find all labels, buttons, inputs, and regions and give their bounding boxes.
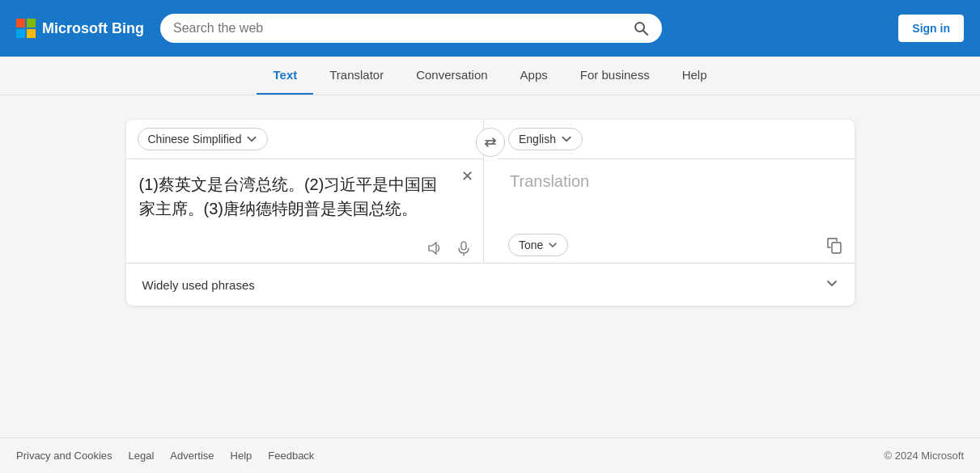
search-input[interactable]: [173, 21, 626, 36]
nav-item-apps[interactable]: Apps: [504, 57, 564, 95]
svg-marker-2: [429, 243, 436, 254]
phrases-label: Widely used phrases: [142, 278, 255, 292]
swap-icon: [484, 136, 497, 149]
tone-selector[interactable]: Tone: [508, 234, 568, 256]
footer-link-legal[interactable]: Legal: [129, 450, 155, 462]
logo-link[interactable]: Microsoft Bing: [16, 19, 144, 38]
tone-label: Tone: [519, 239, 543, 251]
footer-link-feedback[interactable]: Feedback: [268, 450, 314, 462]
svg-rect-3: [461, 242, 466, 250]
swap-languages-button[interactable]: [476, 128, 505, 157]
source-language-label: Chinese Simplified: [148, 133, 242, 146]
nav-item-help[interactable]: Help: [666, 57, 723, 95]
logo-text: Microsoft Bing: [42, 20, 144, 37]
nav-item-conversation[interactable]: Conversation: [400, 57, 503, 95]
chevron-down-icon: [548, 240, 558, 250]
svg-rect-5: [832, 243, 841, 253]
nav-item-for-business[interactable]: For business: [564, 57, 666, 95]
target-language-selector[interactable]: English: [508, 128, 583, 150]
source-actions: [126, 234, 484, 263]
nav-item-text[interactable]: Text: [257, 57, 313, 95]
source-language-selector[interactable]: Chinese Simplified: [138, 128, 269, 150]
source-panel: Chinese Simplified (1)蔡英文是台湾总统。(2)习近平是中国…: [126, 120, 485, 263]
main-content: Chinese Simplified (1)蔡英文是台湾总统。(2)习近平是中国…: [0, 95, 980, 330]
svg-line-1: [643, 31, 648, 36]
search-bar: [160, 14, 662, 43]
translation-panels: Chinese Simplified (1)蔡英文是台湾总统。(2)习近平是中国…: [126, 120, 855, 263]
chevron-down-icon: [561, 133, 572, 145]
header: Microsoft Bing Sign in: [0, 0, 980, 57]
speaker-icon: [426, 240, 443, 256]
source-text-area: (1)蔡英文是台湾总统。(2)习近平是中国国家主席。(3)唐纳德特朗普是美国总统…: [126, 159, 484, 234]
search-button[interactable]: [633, 20, 649, 36]
sign-in-button[interactable]: Sign in: [898, 15, 964, 42]
navigation: Text Translator Conversation Apps For bu…: [0, 57, 980, 95]
translation-placeholder: Translation: [510, 172, 589, 190]
search-icon: [633, 20, 649, 36]
footer-link-advertise[interactable]: Advertise: [170, 450, 214, 462]
translator-card: Chinese Simplified (1)蔡英文是台湾总统。(2)习近平是中国…: [126, 120, 855, 306]
target-actions: Tone: [497, 227, 855, 263]
copyright-text: © 2024 Microsoft: [885, 450, 964, 462]
listen-source-button[interactable]: [426, 240, 443, 256]
target-panel: English Translation Tone: [497, 120, 855, 263]
footer-link-help[interactable]: Help: [231, 450, 252, 462]
widely-used-phrases-section[interactable]: Widely used phrases: [126, 263, 855, 306]
nav-item-translator[interactable]: Translator: [313, 57, 400, 95]
copy-icon: [825, 236, 843, 254]
microsoft-logo-icon: [16, 19, 36, 38]
chevron-down-icon: [825, 277, 838, 289]
footer: Privacy and Cookies Legal Advertise Help…: [0, 437, 980, 473]
target-lang-bar: English: [497, 120, 855, 159]
copy-translation-button[interactable]: [825, 236, 843, 254]
chevron-down-icon: [246, 133, 257, 145]
footer-link-privacy[interactable]: Privacy and Cookies: [16, 450, 112, 462]
source-lang-bar: Chinese Simplified: [126, 120, 484, 159]
source-text: (1)蔡英文是台湾总统。(2)习近平是中国国家主席。(3)唐纳德特朗普是美国总统…: [139, 172, 471, 221]
phrases-chevron-icon: [825, 277, 838, 293]
target-text-area: Translation: [497, 159, 855, 227]
target-language-label: English: [519, 133, 556, 146]
